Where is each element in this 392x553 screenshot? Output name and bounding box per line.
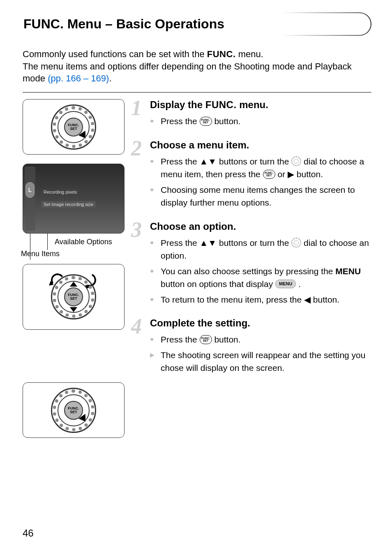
intro-text: Commonly used functions can be set with … <box>23 49 207 59</box>
control-wheel-icon: FUNC.SET <box>51 388 96 433</box>
step-number: 1 <box>131 99 148 130</box>
step-title: Display the FUNC. menu. <box>150 99 371 111</box>
right-column: 1Display the FUNC. menu.Press the FUNC.S… <box>137 99 371 442</box>
step-bullet: Press the FUNC.SET button. <box>150 333 371 346</box>
step: 4Complete the setting.Press the FUNC.SET… <box>137 317 371 377</box>
control-dial-icon <box>291 156 301 166</box>
menu-badge-icon: MENU <box>275 280 296 288</box>
step-number: 2 <box>131 139 148 212</box>
section-header: FUNC. Menu – Basic Operations <box>12 12 371 36</box>
funcset-icon: FUNC.SET <box>200 335 212 344</box>
control-dial-icon <box>291 238 301 248</box>
step-title: Complete the setting. <box>150 317 371 329</box>
direction-glyph: ▶ <box>288 169 294 179</box>
func-label: FUNC. <box>207 49 236 59</box>
step-number: 3 <box>131 221 148 309</box>
separator <box>23 92 371 93</box>
page-ref-link[interactable]: (pp. 166 – 169) <box>48 73 109 83</box>
illustration-step4: FUNC.SET <box>23 382 125 438</box>
illustration-step3: FUNC.SET <box>23 264 125 330</box>
control-wheel-icon: FUNC.SET <box>51 104 96 150</box>
step-title: Choose an option. <box>150 221 371 232</box>
funcset-icon: FUNC.SET <box>263 170 275 179</box>
caption-available-options: Available Options <box>55 238 129 246</box>
funcset-label: SET <box>70 410 77 414</box>
step: 2Choose a menu item.Press the ▲▼ buttons… <box>137 139 371 212</box>
step-bullet: Choosing some menu items changes the scr… <box>150 183 371 209</box>
page-number: 46 <box>23 528 34 539</box>
intro-text: . <box>109 73 111 83</box>
step-bullet: Press the ▲▼ buttons or turn the dial to… <box>150 155 371 181</box>
content-area: FUNC.SET L Recording pixels Set image re… <box>23 99 371 442</box>
step-bullet: The shooting screen will reappear and th… <box>150 349 371 375</box>
funcset-label: SET <box>70 127 77 131</box>
caption-menu-items: Menu Items <box>21 250 129 258</box>
step-title: Choose a menu item. <box>150 139 371 151</box>
step-bullet: You can also choose settings by pressing… <box>150 265 371 291</box>
step-bullet: Press the FUNC.SET button. <box>150 115 371 128</box>
illustration-step2-wrap: L Recording pixels Set image recording s… <box>23 164 129 234</box>
lcd-menu-title: Recording pixels <box>41 189 79 195</box>
section-title: FUNC. Menu – Basic Operations <box>23 16 362 32</box>
step: 3Choose an option.Press the ▲▼ buttons o… <box>137 221 371 309</box>
step-bullet: To return to the menu item, press the ◀ … <box>150 293 371 306</box>
direction-glyph: ◀ <box>304 295 311 304</box>
lcd-menu-desc: Set image recording size <box>41 201 96 208</box>
direction-glyph: ▲▼ <box>200 238 217 248</box>
illustration-step2-lcd: L Recording pixels Set image recording s… <box>23 164 125 234</box>
control-wheel-icon: FUNC.SET <box>51 274 96 319</box>
funcset-label: SET <box>70 297 77 301</box>
step-bullet: Press the ▲▼ buttons or turn the dial to… <box>150 236 371 262</box>
illustration-step1: FUNC.SET <box>23 99 125 155</box>
step-number: 4 <box>131 317 148 377</box>
step-bullets: Press the ▲▼ buttons or turn the dial to… <box>150 155 371 209</box>
funcset-icon: FUNC.SET <box>200 117 212 126</box>
step-bullets: Press the ▲▼ buttons or turn the dial to… <box>150 236 371 306</box>
menu-label: MENU <box>335 266 361 276</box>
step: 1Display the FUNC. menu.Press the FUNC.S… <box>137 99 371 130</box>
intro-paragraph: Commonly used functions can be set with … <box>23 48 371 85</box>
intro-text: menu. <box>236 49 263 59</box>
step-bullets: Press the FUNC.SET button. <box>150 115 371 128</box>
direction-glyph: ▲▼ <box>200 157 217 166</box>
lcd-size-badge: L <box>25 182 35 198</box>
left-column: FUNC.SET L Recording pixels Set image re… <box>23 99 129 442</box>
step-bullets: Press the FUNC.SET button.The shooting s… <box>150 333 371 375</box>
